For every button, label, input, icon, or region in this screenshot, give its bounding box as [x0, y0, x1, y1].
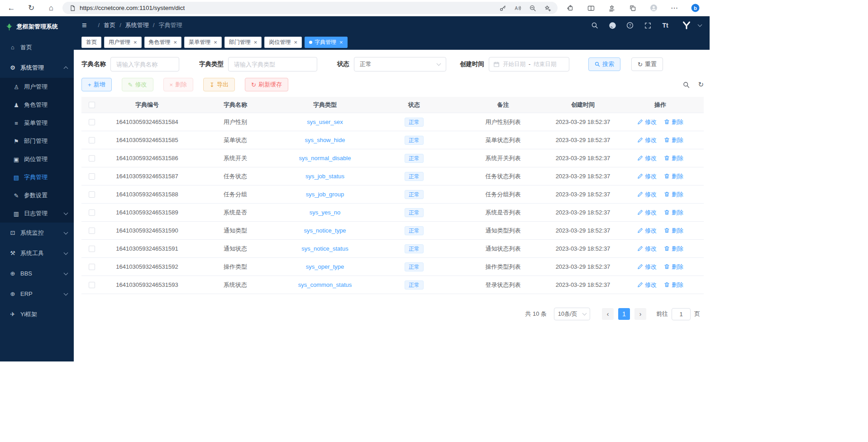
add-favorite-icon[interactable] [544, 5, 551, 12]
profile-avatar[interactable] [646, 1, 661, 15]
dict-type-link[interactable]: sys_user_sex [307, 119, 343, 125]
sidebar-item[interactable]: ♙ 用户管理 [0, 78, 74, 96]
row-delete-link[interactable]: 删除 [664, 154, 683, 162]
toolbar-button[interactable]: × 删除 [163, 78, 194, 91]
tab-close-icon[interactable]: × [214, 39, 217, 45]
tab-close-icon[interactable]: × [254, 39, 258, 45]
collections-icon[interactable] [625, 1, 640, 15]
row-delete-link[interactable]: 删除 [664, 245, 683, 253]
tab-close-icon[interactable]: × [294, 39, 297, 45]
dict-name-input[interactable] [110, 57, 179, 71]
row-edit-link[interactable]: 修改 [637, 190, 657, 199]
row-delete-link[interactable]: 删除 [664, 118, 683, 126]
home-button[interactable]: ⌂ [43, 1, 59, 15]
row-checkbox[interactable] [89, 191, 95, 198]
row-edit-link[interactable]: 修改 [637, 281, 657, 289]
github-icon[interactable] [606, 19, 618, 31]
sidebar-item[interactable]: ⊕ ERP [0, 284, 74, 304]
toolbar-button[interactable]: + 新增 [81, 78, 112, 91]
toolbar-button[interactable]: ↻ 刷新缓存 [245, 78, 288, 91]
page-number-button[interactable]: 1 [618, 308, 630, 320]
status-select[interactable]: 正常 [354, 57, 446, 71]
breadcrumb-item[interactable]: 系统管理 [115, 21, 149, 29]
app-logo[interactable]: 意框架管理系统 [0, 16, 74, 37]
row-edit-link[interactable]: 修改 [637, 136, 657, 144]
reset-button[interactable]: ↻ 重置 [631, 57, 663, 71]
zoom-icon[interactable] [529, 5, 536, 12]
breadcrumb-item[interactable]: 字典管理 [149, 21, 182, 29]
tab[interactable]: 岗位管理 × [264, 37, 302, 48]
select-all-checkbox[interactable] [89, 102, 95, 108]
row-edit-link[interactable]: 修改 [637, 227, 657, 235]
more-options-button[interactable]: ⋯ [667, 1, 682, 15]
row-delete-link[interactable]: 删除 [664, 263, 683, 271]
sidebar-item[interactable]: ⊡ 系统监控 [0, 223, 74, 243]
sidebar-item[interactable]: ⊕ BBS [0, 263, 74, 284]
sidebar-item[interactable]: ✈ Yi框架 [0, 304, 74, 324]
tab[interactable]: 用户管理 × [104, 37, 142, 48]
show-search-icon-button[interactable] [683, 81, 690, 88]
row-checkbox[interactable] [89, 209, 95, 216]
row-edit-link[interactable]: 修改 [637, 172, 657, 181]
row-edit-link[interactable]: 修改 [637, 245, 657, 253]
sidebar-item[interactable]: ▥ 日志管理 [0, 204, 74, 223]
row-checkbox[interactable] [89, 173, 95, 180]
dict-type-link[interactable]: sys_show_hide [305, 137, 345, 143]
goto-page-input[interactable] [672, 308, 691, 320]
tab-close-icon[interactable]: × [134, 39, 137, 45]
tab[interactable]: 首页 × [81, 37, 101, 48]
refresh-table-icon-button[interactable]: ↻ [698, 81, 704, 89]
prev-page-button[interactable]: ‹ [602, 308, 614, 320]
breadcrumb-item[interactable]: 首页 [94, 21, 116, 29]
extensions-icon[interactable] [563, 1, 577, 15]
refresh-button[interactable]: ↻ [24, 1, 39, 15]
date-range-picker[interactable]: 开始日期 - 结束日期 [489, 57, 569, 71]
row-checkbox[interactable] [89, 155, 95, 162]
tab[interactable]: 菜单管理 × [184, 37, 222, 48]
sidebar-item[interactable]: ≡ 菜单管理 [0, 114, 74, 132]
read-aloud-icon[interactable]: A [514, 5, 521, 12]
search-button[interactable]: 搜索 [588, 57, 620, 71]
address-bar[interactable]: https://ccnetcore.com:1101/system/dict A [62, 2, 558, 14]
favorites-icon[interactable] [605, 1, 619, 15]
dict-type-link[interactable]: sys_normal_disable [299, 155, 351, 162]
yi-logo[interactable] [681, 19, 692, 31]
back-button[interactable]: ← [4, 1, 19, 15]
sidebar-item[interactable]: ⚑ 部门管理 [0, 132, 74, 150]
user-menu-caret-icon[interactable] [698, 23, 702, 27]
row-delete-link[interactable]: 删除 [664, 209, 683, 217]
sidebar-item[interactable]: ⚙ 系统管理 [0, 57, 74, 78]
row-checkbox[interactable] [89, 228, 95, 234]
password-key-icon[interactable] [499, 5, 506, 12]
tab-close-icon[interactable]: × [174, 39, 177, 45]
dict-type-link[interactable]: sys_notice_type [304, 227, 346, 234]
row-edit-link[interactable]: 修改 [637, 209, 657, 217]
row-edit-link[interactable]: 修改 [637, 263, 657, 271]
row-checkbox[interactable] [89, 264, 95, 270]
row-checkbox[interactable] [89, 119, 95, 125]
split-screen-icon[interactable] [584, 1, 598, 15]
tab-close-icon[interactable]: × [339, 39, 343, 45]
dict-type-link[interactable]: sys_common_status [298, 281, 352, 288]
dict-type-link[interactable]: sys_job_group [306, 191, 344, 198]
page-size-select[interactable]: 10条/页 [554, 308, 590, 320]
dict-type-link[interactable]: sys_yes_no [310, 209, 341, 216]
row-edit-link[interactable]: 修改 [637, 118, 657, 126]
tab[interactable]: 角色管理 × [144, 37, 182, 48]
sidebar-item[interactable]: ⚒ 系统工具 [0, 243, 74, 263]
row-delete-link[interactable]: 删除 [664, 190, 683, 199]
row-checkbox[interactable] [89, 246, 95, 252]
dict-type-link[interactable]: sys_oper_type [306, 263, 344, 270]
row-delete-link[interactable]: 删除 [664, 136, 683, 144]
row-checkbox[interactable] [89, 282, 95, 288]
row-checkbox[interactable] [89, 137, 95, 143]
row-edit-link[interactable]: 修改 [637, 154, 657, 162]
toolbar-button[interactable]: ✎ 修改 [122, 78, 153, 91]
help-icon[interactable]: ? [624, 19, 636, 31]
sidebar-item[interactable]: ⌂ 首页 [0, 37, 74, 57]
dict-type-input[interactable] [228, 57, 317, 71]
sidebar-item[interactable]: ▤ 字典管理 [0, 168, 74, 186]
sidebar-item[interactable]: ✎ 参数设置 [0, 186, 74, 204]
sidebar-item[interactable]: ▣ 岗位管理 [0, 150, 74, 168]
tab[interactable]: 部门管理 × [224, 37, 262, 48]
